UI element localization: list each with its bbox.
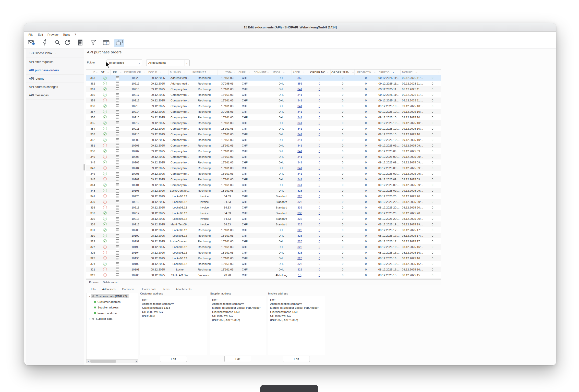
table-row[interactable]: 356✓1021309.12.2025Company fro...Rechnun… xyxy=(86,114,441,120)
address-link[interactable]: 341 xyxy=(297,93,302,96)
process-button[interactable]: Process xyxy=(87,281,101,284)
address-link[interactable]: 341 xyxy=(297,150,302,153)
table-row[interactable]: 327!1019508.12.2025Locke08.12Rechnung15'… xyxy=(86,244,441,250)
scrollbar-track[interactable] xyxy=(90,360,135,363)
tab-attachments[interactable]: Attachments xyxy=(173,286,195,292)
tab-addresses[interactable]: Addresses xyxy=(99,286,119,292)
address-link[interactable]: 328 xyxy=(297,189,302,192)
search-button[interactable] xyxy=(53,39,63,47)
table-row[interactable]: 331✓1020008.12.2025Locke08.12Rechnung15'… xyxy=(86,227,441,233)
table-row[interactable]: 360✓1021709.12.2025Company fro...Rechnun… xyxy=(86,92,441,97)
column-header-doc-d[interactable]: DOC. D...△ xyxy=(147,70,168,75)
table-row[interactable]: 343✓1019608.12.2025LockeContact...Rechnu… xyxy=(86,188,441,193)
chevron-down-icon[interactable]: ⌄ xyxy=(88,295,91,298)
tree-hscrollbar[interactable]: ◂▸ xyxy=(86,359,138,363)
order-no-link[interactable]: 0 xyxy=(319,93,320,96)
column-header-item[interactable]: ...△ xyxy=(424,70,441,75)
address-link[interactable]: 328 xyxy=(297,257,302,260)
address-link[interactable]: 341 xyxy=(297,110,302,113)
order-no-link[interactable]: 0 xyxy=(319,212,320,215)
column-header-addr[interactable]: ADDR...△ xyxy=(291,70,308,75)
address-link[interactable]: 328 xyxy=(297,268,302,271)
column-header-payment-t[interactable]: PAYMENT T...△ xyxy=(191,70,217,75)
tree-node-customer-address[interactable]: Customer address xyxy=(86,299,138,305)
menu-tools[interactable]: Tools xyxy=(61,32,72,37)
order-no-link[interactable]: 0 xyxy=(319,189,320,192)
column-header-busines[interactable]: BUSINES...△ xyxy=(168,70,191,75)
address-link[interactable]: 328 xyxy=(297,229,302,232)
sidebar-item-api-messages[interactable]: API messages xyxy=(26,91,84,99)
order-no-link[interactable]: 0 xyxy=(319,234,320,237)
table-row[interactable]: 321!1019108.12.2025LockeRechnung15'161.0… xyxy=(86,267,441,272)
column-header-pr[interactable]: PR...△ xyxy=(111,70,124,75)
sidebar-item-api-purchase-orders[interactable]: API purchase orders xyxy=(26,66,84,74)
address-link[interactable]: 341 xyxy=(297,127,302,130)
menu-preview[interactable]: Preview xyxy=(45,32,61,37)
table-row[interactable]: 347!1020409.12.2025Company fro...Rechnun… xyxy=(86,165,441,171)
address-link[interactable]: 15 xyxy=(298,274,301,277)
order-no-link[interactable]: 0 xyxy=(319,116,320,119)
splitter-handle[interactable] xyxy=(83,164,85,170)
order-no-link[interactable]: 0 xyxy=(319,105,320,108)
table-row[interactable]: 324✓1019208.12.2025Locke08.12Rechnung15'… xyxy=(86,261,441,267)
order-no-link[interactable]: 0 xyxy=(319,229,320,232)
sidebar-item-api-address-changes[interactable]: API address changes xyxy=(26,82,84,91)
scrollbar-thumb[interactable] xyxy=(90,360,116,363)
address-link[interactable]: 336 xyxy=(297,212,302,215)
table-row[interactable]: 351!1020809.12.2025Company fro...Rechnun… xyxy=(86,143,441,148)
documents-select[interactable]: All documents ⌄ xyxy=(146,60,190,66)
menu-edit[interactable]: Edit xyxy=(36,32,45,37)
address-link[interactable]: 341 xyxy=(297,155,302,158)
table-row[interactable]: 358✓1021509.12.2025Company fro...Rechnun… xyxy=(86,103,441,109)
order-no-link[interactable]: 0 xyxy=(319,262,320,265)
supplier-address-edit-button[interactable]: Edit xyxy=(224,356,251,362)
address-link[interactable]: 328 xyxy=(297,262,302,265)
order-no-link[interactable]: 0 xyxy=(319,206,320,209)
table-row[interactable]: 352✓1020909.12.2025Company fro...Rechnun… xyxy=(86,137,441,143)
order-no-link[interactable]: 0 xyxy=(319,99,320,102)
column-header-curr[interactable]: CURR...△ xyxy=(237,70,252,75)
window-titlebar[interactable]: 15 Edit e-documents (API) - SHOPAPI_Webw… xyxy=(24,23,556,32)
address-link[interactable]: 336 xyxy=(297,206,302,209)
table-row[interactable]: 346✓1020309.12.2025Company fro...Rechnun… xyxy=(86,171,441,176)
tree-node-supplier-data[interactable]: ›Supplier data xyxy=(86,316,138,321)
table-row[interactable]: 338!1021808.12.2025Locke08.12Invoice54.8… xyxy=(86,205,441,210)
address-link[interactable]: 328 xyxy=(297,240,302,243)
address-link[interactable]: 356 xyxy=(297,82,302,85)
table-row[interactable]: 355✓1021209.12.2025Company fro...Rechnun… xyxy=(86,120,441,126)
table-row[interactable]: 325!1019308.12.2025Locke08.12Rechnung15'… xyxy=(86,255,441,261)
table-row[interactable]: 362✓1021909.12.2025Address testi...Rechn… xyxy=(86,80,441,86)
order-no-link[interactable]: 0 xyxy=(319,167,320,169)
order-no-link[interactable]: 0 xyxy=(319,240,320,243)
tree-node-supplier-address[interactable]: Supplier address xyxy=(86,305,138,310)
order-no-link[interactable]: 0 xyxy=(319,172,320,175)
customer-address-edit-button[interactable]: Edit xyxy=(160,356,187,362)
table-row[interactable]: 361✓1021809.12.2025Company fro...Rechnun… xyxy=(86,86,441,92)
address-link[interactable]: 328 xyxy=(297,245,302,248)
window-flash-button[interactable] xyxy=(101,39,111,47)
order-no-link[interactable]: 0 xyxy=(319,268,320,271)
table-row[interactable]: 349!1020609.12.2025Company fro...Rechnun… xyxy=(86,154,441,159)
order-no-link[interactable]: 0 xyxy=(319,144,320,147)
filter-button[interactable] xyxy=(88,39,98,47)
table-row[interactable]: 341!1022008.12.2025Locke08.12Invoice54.8… xyxy=(86,193,441,199)
table-row[interactable]: 353✓1021009.12.2025Company fro...Rechnun… xyxy=(86,131,441,137)
column-header-modific[interactable]: MODIFIC...△ xyxy=(401,70,424,75)
order-no-link[interactable]: 0 xyxy=(319,77,320,79)
order-no-link[interactable]: 0 xyxy=(319,274,320,277)
order-no-link[interactable]: 0 xyxy=(319,138,320,141)
menu-file[interactable]: File xyxy=(26,32,36,37)
address-link[interactable]: 341 xyxy=(297,183,302,186)
table-row[interactable]: 354✓1021109.12.2025Company fro...Rechnun… xyxy=(86,126,441,131)
address-link[interactable]: 341 xyxy=(297,133,302,136)
address-link[interactable]: 336 xyxy=(297,217,302,220)
address-link[interactable]: 341 xyxy=(297,144,302,147)
order-no-link[interactable]: 0 xyxy=(319,183,320,186)
tree-node-invoice-address[interactable]: Invoice address xyxy=(86,310,138,316)
tab-items[interactable]: Items xyxy=(159,286,173,292)
address-link[interactable]: 356 xyxy=(297,77,302,79)
address-link[interactable]: 328 xyxy=(297,195,302,198)
table-row[interactable]: 345!1020209.12.2025Company fro...Rechnun… xyxy=(86,176,441,182)
column-header-st[interactable]: ST...△ xyxy=(99,70,111,75)
address-link[interactable]: 341 xyxy=(297,161,302,164)
